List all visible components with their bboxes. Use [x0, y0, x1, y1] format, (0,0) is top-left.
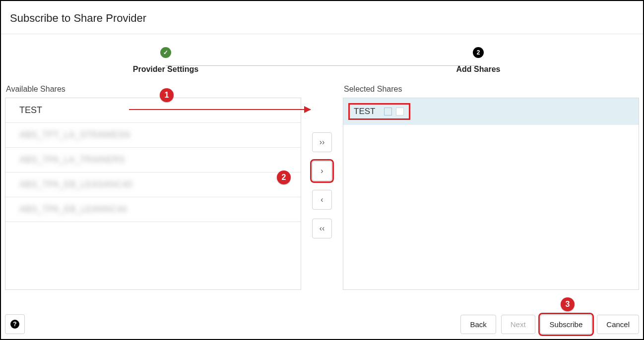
double-chevron-left-icon: ‹‹ — [320, 224, 325, 233]
page-title: Subscribe to Share Provider — [10, 12, 634, 25]
selected-tag[interactable]: TEST — [348, 103, 410, 120]
annotation-marker-2: 2 — [277, 170, 291, 184]
selected-tag-label: TEST — [354, 107, 375, 116]
available-shares-list[interactable]: TEST ABS_TPT_LA_STRAWESN ABS_TPA_LA_TRAI… — [5, 98, 301, 290]
help-icon: ? — [10, 320, 19, 329]
help-button[interactable]: ? — [5, 314, 25, 334]
step-add-shares[interactable]: 2 Add Shares — [441, 47, 515, 74]
selected-shares-list[interactable]: TEST — [343, 98, 639, 290]
tag-box-icon — [384, 108, 392, 115]
back-button[interactable]: Back — [460, 315, 496, 334]
annotation-arrow — [129, 109, 311, 110]
available-shares-label: Available Shares — [5, 85, 301, 94]
stepper: ✓ Provider Settings 2 Add Shares — [1, 34, 643, 78]
annotation-marker-1: 1 — [160, 88, 174, 102]
move-all-right-button[interactable]: ›› — [312, 132, 332, 152]
dialog-footer: ? Back Next Subscribe Cancel — [5, 314, 639, 334]
step-provider-settings[interactable]: ✓ Provider Settings — [129, 47, 203, 74]
move-one-right-button[interactable]: › — [312, 161, 332, 181]
chevron-left-icon: ‹ — [321, 195, 323, 204]
move-all-left-button[interactable]: ‹‹ — [312, 219, 332, 238]
subscribe-button[interactable]: Subscribe — [540, 315, 592, 334]
list-item[interactable]: ABS_TPA_EB_LEASANC40 — [5, 172, 301, 197]
transfer-lists: Available Shares TEST ABS_TPT_LA_STRAWES… — [1, 78, 643, 290]
list-item[interactable]: TEST — [5, 98, 301, 123]
stepper-line — [166, 65, 478, 66]
available-column: Available Shares TEST ABS_TPT_LA_STRAWES… — [5, 85, 301, 290]
selected-shares-label: Selected Shares — [343, 85, 639, 94]
footer-buttons: Back Next Subscribe Cancel — [460, 315, 639, 334]
chevron-right-icon: › — [321, 167, 323, 175]
step-label: Provider Settings — [133, 65, 198, 74]
next-button: Next — [501, 315, 535, 334]
move-one-left-button[interactable]: ‹ — [312, 190, 332, 210]
selected-column: Selected Shares TEST — [343, 85, 639, 290]
list-item[interactable]: ABS_TPT_LA_STRAWESN — [5, 123, 301, 148]
tag-box-icon — [396, 108, 404, 115]
double-chevron-right-icon: ›› — [320, 138, 325, 147]
dialog-header: Subscribe to Share Provider — [1, 1, 643, 34]
check-icon: ✓ — [160, 47, 171, 58]
step-number-icon: 2 — [473, 47, 484, 58]
list-item[interactable]: ABS_TPA_LA_TRAINERS — [5, 148, 301, 172]
step-label: Add Shares — [456, 65, 501, 74]
list-item[interactable]: ABS_TPA_EB_LEANNC44 — [5, 197, 301, 222]
move-buttons-column: ›› › ‹ ‹‹ — [310, 85, 334, 238]
cancel-button[interactable]: Cancel — [597, 315, 639, 334]
annotation-marker-3: 3 — [561, 297, 575, 311]
selected-row: TEST — [343, 98, 639, 125]
